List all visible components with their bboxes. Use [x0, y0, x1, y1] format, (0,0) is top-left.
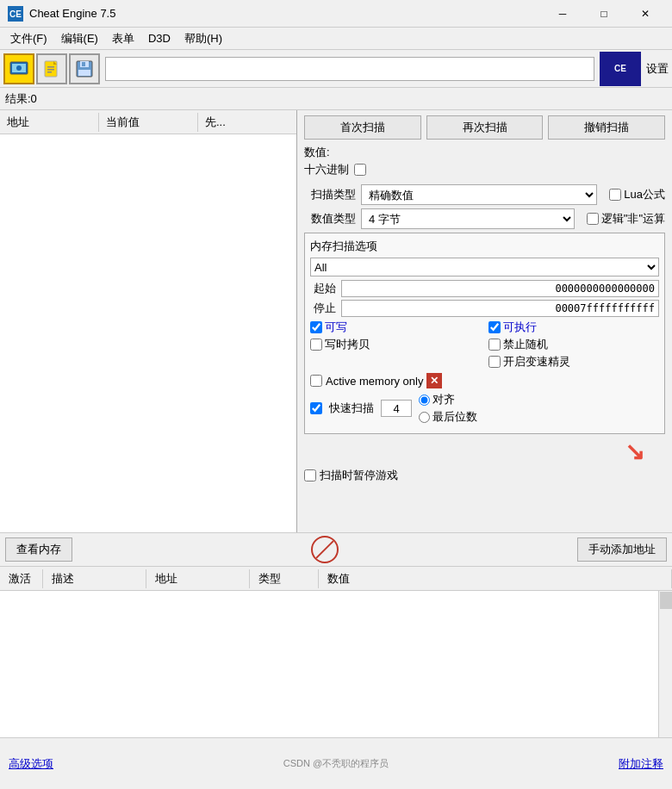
- address-list: [0, 591, 658, 737]
- last-digit-label: 最后位数: [432, 409, 477, 425]
- arrow-icon: ↘: [625, 438, 644, 466]
- value-section: 数值: 十六进制: [304, 145, 665, 181]
- mem-scan-dropdown[interactable]: All: [310, 258, 659, 276]
- svg-text:CE: CE: [9, 9, 22, 19]
- lua-checkbox-group: Lua公式: [609, 187, 665, 202]
- active-memory-checkbox[interactable]: [310, 375, 322, 387]
- stop-row: 停止: [310, 300, 659, 317]
- first-scan-button[interactable]: 首次扫描: [304, 115, 421, 140]
- minimize-button[interactable]: ─: [543, 1, 582, 27]
- add-address-button[interactable]: 手动添加地址: [577, 537, 667, 562]
- svg-rect-12: [78, 70, 90, 76]
- value-type-label: 数值类型: [304, 211, 356, 227]
- svg-rect-7: [47, 69, 54, 71]
- menu-help[interactable]: 帮助(H): [177, 29, 229, 48]
- scan-type-label: 扫描类型: [304, 187, 356, 202]
- writable-label: 可写: [325, 320, 347, 335]
- align-label: 对齐: [432, 392, 455, 407]
- executable-label: 可执行: [503, 320, 537, 335]
- add-note-link[interactable]: 附加注释: [619, 756, 663, 772]
- hex-row: 十六进制: [304, 162, 665, 177]
- menu-table[interactable]: 表单: [105, 29, 141, 48]
- titlebar: CE Cheat Engine 7.5 ─ □ ✕: [0, 0, 672, 28]
- value-type-select[interactable]: 4 字节: [361, 208, 575, 229]
- start-row: 起始: [310, 280, 659, 297]
- copy-on-write-check: 写时拷贝: [310, 337, 482, 352]
- maximize-button[interactable]: □: [584, 1, 624, 27]
- no-icon-container: [79, 536, 570, 563]
- advanced-options-link[interactable]: 高级选项: [9, 756, 53, 772]
- align-radio-input[interactable]: [419, 394, 430, 406]
- scrollbar-thumb[interactable]: [660, 592, 672, 609]
- stop-label: 停止: [310, 301, 336, 316]
- hex-checkbox[interactable]: [354, 164, 366, 176]
- enable-speedhack-check: 开启变速精灵: [488, 354, 660, 370]
- alignment-radio-group: 对齐 最后位数: [419, 392, 477, 425]
- bottom-toolbar: 查看内存 手动添加地址: [0, 532, 672, 567]
- arrow-indicator: ↘: [304, 438, 644, 466]
- pause-game-row: 扫描时暂停游戏: [304, 468, 665, 483]
- footer: 高级选项 CSDN @不秃职的程序员 附加注释: [0, 737, 672, 789]
- window-controls: ─ □ ✕: [543, 1, 665, 27]
- toolbar: CE 设置: [0, 50, 672, 88]
- quick-scan-input[interactable]: [381, 400, 412, 417]
- active-memory-clear-button[interactable]: ✕: [426, 373, 442, 388]
- close-button[interactable]: ✕: [625, 1, 665, 27]
- last-digit-radio: 最后位数: [419, 409, 477, 425]
- scan-type-select[interactable]: 精确数值: [361, 184, 597, 205]
- mem-scan-box: 内存扫描选项 All 起始 停止 可写: [304, 233, 665, 434]
- view-memory-button[interactable]: 查看内存: [5, 537, 72, 562]
- svg-point-4: [16, 65, 22, 71]
- last-digit-radio-input[interactable]: [419, 412, 430, 423]
- menu-file[interactable]: 文件(F): [3, 29, 54, 48]
- disable-random-checkbox[interactable]: [488, 339, 501, 351]
- list-scrollbar[interactable]: [658, 591, 672, 737]
- no-icon: [311, 536, 339, 563]
- hex-label: 十六进制: [304, 162, 349, 177]
- active-memory-row: Active memory only ✕: [310, 373, 659, 388]
- quick-scan-checkbox[interactable]: [310, 402, 322, 414]
- stop-input[interactable]: [341, 300, 659, 317]
- enable-speedhack-checkbox[interactable]: [488, 356, 501, 368]
- right-panel: 首次扫描 再次扫描 撤销扫描 数值: 十六进制 扫描类型 精确数值: [297, 110, 672, 532]
- menu-d3d[interactable]: D3D: [141, 30, 177, 47]
- settings-label: 设置: [646, 61, 669, 77]
- copy-on-write-label: 写时拷贝: [325, 337, 370, 352]
- quick-scan-row: 快速扫描 对齐 最后位数: [310, 392, 659, 425]
- not-logic-checkbox[interactable]: [587, 213, 599, 225]
- copy-on-write-checkbox[interactable]: [310, 339, 322, 351]
- executable-checkbox[interactable]: [488, 321, 501, 333]
- start-input[interactable]: [341, 280, 659, 297]
- list-header: 激活 描述 地址 类型 数值: [0, 567, 672, 591]
- save-button[interactable]: [69, 53, 100, 84]
- pause-game-label: 扫描时暂停游戏: [320, 468, 398, 483]
- window-title: Cheat Engine 7.5: [29, 7, 543, 20]
- undo-scan-button[interactable]: 撤销扫描: [548, 115, 665, 140]
- svg-rect-11: [82, 62, 85, 66]
- open-file-button[interactable]: [36, 53, 67, 84]
- result-bar: 结果:0: [0, 88, 672, 110]
- next-scan-button[interactable]: 再次扫描: [426, 115, 544, 140]
- menu-edit[interactable]: 编辑(E): [54, 29, 105, 48]
- address-col-header: 地址: [0, 113, 99, 132]
- active-col-header: 激活: [0, 569, 43, 588]
- bottom-list-area: [0, 591, 672, 737]
- scan-buttons: 首次扫描 再次扫描 撤销扫描: [304, 115, 665, 140]
- lua-checkbox[interactable]: [609, 189, 621, 201]
- svg-rect-8: [47, 71, 52, 73]
- pause-game-checkbox[interactable]: [304, 469, 316, 481]
- active-memory-label: Active memory only: [326, 375, 423, 388]
- writable-checkbox[interactable]: [310, 321, 322, 333]
- start-label: 起始: [310, 281, 336, 296]
- process-address-bar[interactable]: [105, 57, 594, 81]
- open-process-button[interactable]: [3, 53, 34, 84]
- desc-col-header: 描述: [43, 569, 146, 588]
- not-logic-label: 逻辑"非"运算: [601, 211, 665, 227]
- left-panel: 地址 当前值 先...: [0, 110, 297, 532]
- checks-grid: 可写 可执行 写时拷贝 禁止随机: [310, 320, 659, 370]
- not-logic-checkbox-group: 逻辑"非"运算: [587, 211, 665, 227]
- lua-label: Lua公式: [624, 187, 665, 202]
- app-icon: CE: [7, 5, 24, 22]
- scan-type-row: 扫描类型 精确数值 Lua公式: [304, 184, 665, 205]
- current-val-col-header: 当前值: [99, 113, 198, 132]
